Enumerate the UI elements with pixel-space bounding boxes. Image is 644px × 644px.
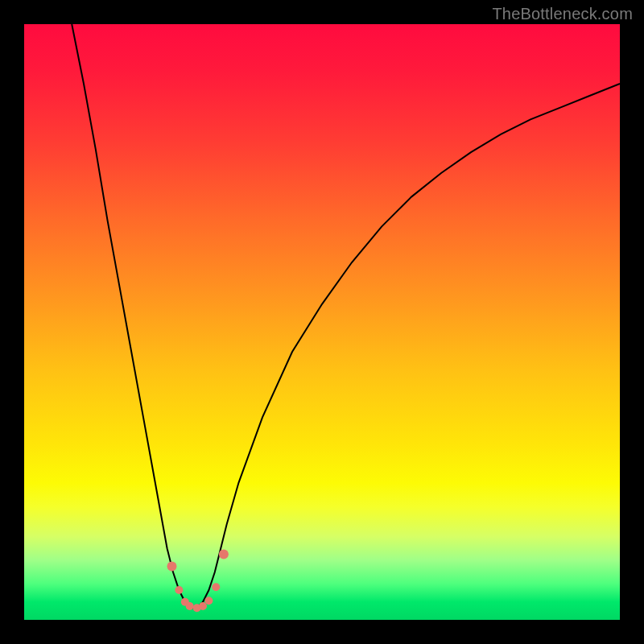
min-dot — [167, 561, 177, 571]
min-dot — [199, 602, 207, 610]
min-dot — [219, 550, 229, 559]
watermark-text: TheBottleneck.com — [492, 5, 633, 23]
min-dot — [212, 583, 220, 591]
min-dot — [186, 602, 194, 610]
min-dot — [204, 597, 213, 605]
bottleneck-curve — [72, 24, 620, 608]
chart-frame: TheBottleneck.com — [0, 0, 644, 644]
plot-area — [24, 24, 620, 620]
curve-layer — [24, 24, 620, 620]
min-dot — [175, 586, 183, 594]
